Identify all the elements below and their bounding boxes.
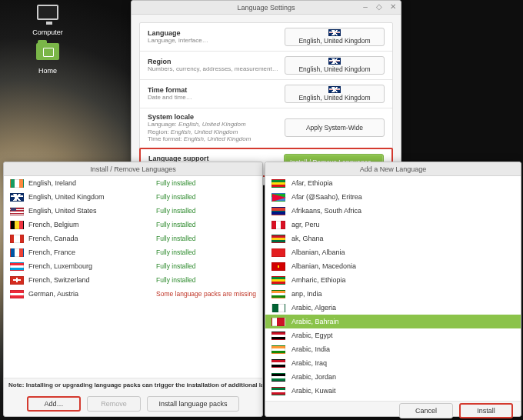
close-button[interactable]: ✕	[388, 2, 398, 11]
window-title: Add a New Language	[360, 165, 427, 173]
install-note: Note: Installing or upgrading language p…	[4, 378, 262, 392]
language-name: Albanian, Macedonia	[285, 262, 356, 270]
language-status: Fully installed	[156, 221, 256, 228]
home-folder-icon	[36, 43, 59, 60]
list-item[interactable]: Arabic, Bahrain	[265, 315, 521, 328]
install-language-packs-button[interactable]: Install language packs	[147, 396, 239, 412]
language-name: Amharic, Ethiopia	[285, 276, 346, 284]
flag-icon	[271, 235, 285, 243]
language-name: Arabic, Egypt	[285, 332, 333, 339]
list-item[interactable]: Arabic, Iraq	[265, 356, 521, 370]
titlebar[interactable]: Install / Remove Languages	[4, 162, 262, 176]
list-item[interactable]: ak, Ghana	[265, 232, 521, 245]
timeformat-select-button[interactable]: English, United Kingdom	[285, 85, 385, 103]
titlebar[interactable]: Add a New Language	[265, 162, 521, 176]
language-name: Arabic, Iraq	[285, 359, 327, 367]
list-item[interactable]: anp, India	[265, 287, 521, 301]
language-status: Fully installed	[156, 207, 256, 215]
row-locale-time: Time format: English, United Kingdom	[148, 135, 285, 143]
list-item[interactable]: Arabic, India	[265, 342, 521, 356]
list-item[interactable]: French, FranceFully installed	[4, 245, 262, 259]
install-button[interactable]: Install	[459, 403, 513, 418]
language-name: French, France	[24, 248, 156, 256]
flag-icon	[271, 179, 285, 188]
available-language-list[interactable]: Afar, EthiopiaAfar (@Saaho), EritreaAfri…	[265, 176, 521, 401]
flag-icon	[271, 332, 285, 340]
flag-icon	[271, 221, 285, 229]
language-name: Afrikaans, South Africa	[285, 207, 361, 215]
language-name: Arabic, Algeria	[285, 304, 336, 312]
language-select-button[interactable]: English, United Kingdom	[285, 28, 385, 46]
list-item[interactable]: agr, Peru	[265, 218, 521, 232]
flag-icon	[271, 207, 285, 215]
row-language: Language Language, interface… English, U…	[140, 23, 392, 52]
language-name: Arabic, Bahrain	[285, 318, 339, 325]
language-status: Some language packs are missing	[156, 290, 256, 298]
list-item[interactable]: French, SwitzerlandFully installed	[4, 273, 262, 287]
list-item[interactable]: German, AustriaSome language packs are m…	[4, 287, 262, 301]
row-title: Region	[148, 58, 285, 65]
language-name: French, Canada	[24, 235, 156, 242]
row-title: System locale	[148, 113, 285, 121]
list-item[interactable]: Afar, Ethiopia	[265, 176, 521, 190]
flag-icon	[10, 262, 24, 271]
language-status: Fully installed	[156, 248, 256, 256]
installed-language-list[interactable]: English, IrelandFully installedEnglish, …	[4, 176, 262, 378]
titlebar[interactable]: Language Settings – ◇ ✕	[132, 1, 401, 15]
cancel-button[interactable]: Cancel	[399, 403, 453, 418]
row-sub: Numbers, currency, addresses, measuremen…	[148, 65, 285, 73]
flag-icon	[271, 359, 285, 368]
apply-system-wide-button[interactable]: Apply System-Wide	[285, 118, 385, 137]
window-title: Install / Remove Languages	[90, 165, 176, 173]
window-title: Language Settings	[237, 4, 295, 12]
language-name: French, Luxembourg	[24, 262, 156, 270]
language-status: Fully installed	[156, 193, 256, 201]
list-item[interactable]: French, LuxembourgFully installed	[4, 259, 262, 273]
flag-icon	[271, 304, 285, 312]
desktop-icon-label: Home	[25, 67, 71, 75]
flag-icon	[271, 193, 285, 202]
language-name: French, Belgium	[24, 221, 156, 228]
list-item[interactable]: Arabic, Jordan	[265, 370, 521, 384]
list-item[interactable]: Albanian, Macedonia	[265, 259, 521, 273]
list-item[interactable]: Arabic, Algeria	[265, 301, 521, 315]
language-name: French, Switzerland	[24, 276, 156, 284]
list-item[interactable]: Albanian, Albania	[265, 245, 521, 259]
language-name: Arabic, India	[285, 345, 330, 353]
list-item[interactable]: English, United KingdomFully installed	[4, 190, 262, 204]
list-item[interactable]: French, BelgiumFully installed	[4, 218, 262, 232]
uk-flag-icon	[328, 86, 341, 93]
language-name: anp, India	[285, 290, 322, 298]
add-language-button[interactable]: Add…	[27, 396, 81, 412]
list-item[interactable]: Afrikaans, South Africa	[265, 204, 521, 218]
list-item[interactable]: English, United StatesFully installed	[4, 204, 262, 218]
list-item[interactable]: Afar (@Saaho), Eritrea	[265, 190, 521, 204]
row-region: Region Numbers, currency, addresses, mea…	[140, 52, 392, 80]
minimize-button[interactable]: –	[361, 2, 370, 11]
list-item[interactable]: Amharic, Ethiopia	[265, 273, 521, 287]
list-item[interactable]: Arabic, Kuwait	[265, 384, 521, 398]
flag-icon	[271, 248, 285, 257]
flag-icon	[10, 193, 24, 202]
flag-icon	[271, 373, 285, 382]
maximize-button[interactable]: ◇	[375, 2, 384, 11]
region-select-button[interactable]: English, United Kingdom	[285, 56, 385, 75]
row-title: Time format	[148, 86, 285, 94]
computer-icon	[37, 5, 58, 20]
desktop-icon-computer[interactable]: Computer	[25, 5, 71, 36]
uk-flag-icon	[328, 29, 341, 36]
row-sub: Language, interface…	[148, 37, 285, 45]
list-item[interactable]: French, CanadaFully installed	[4, 232, 262, 245]
language-name: English, Ireland	[24, 179, 156, 187]
flag-icon	[10, 179, 24, 188]
list-item[interactable]: Arabic, Egypt	[265, 328, 521, 342]
uk-flag-icon	[328, 58, 341, 65]
language-name: Afar, Ethiopia	[285, 179, 333, 187]
list-item[interactable]: English, IrelandFully installed	[4, 176, 262, 190]
language-status: Fully installed	[156, 235, 256, 242]
flag-icon	[271, 345, 285, 354]
desktop-icon-home[interactable]: Home	[25, 42, 71, 75]
language-name: agr, Peru	[285, 221, 320, 228]
remove-language-button[interactable]: Remove	[87, 396, 141, 412]
flag-icon	[271, 262, 285, 271]
